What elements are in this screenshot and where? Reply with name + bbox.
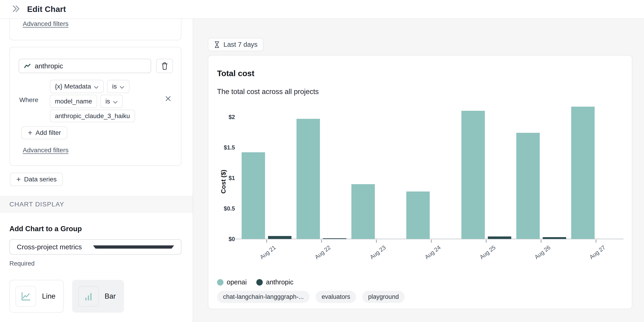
where-label: Where [19,96,38,104]
hourglass-icon [214,41,220,48]
y-axis-label: Cost ($) [220,117,227,246]
chevron-down-icon [94,83,99,91]
line-chart-icon [24,63,31,69]
legend-label: openai [227,278,247,286]
time-range-button[interactable]: Last 7 days [208,38,264,51]
bar-group-aug-25: Aug 25 [459,101,514,239]
openai-bar[interactable] [406,191,430,239]
x-axis-tick [321,240,322,243]
chart-type-selector: Line Bar [10,280,124,313]
series-card-partial: Advanced filters [10,19,182,40]
bars-zone: Aug 21Aug 22Aug 23Aug 24Aug 25Aug 26Aug … [239,101,624,239]
edit-chart-panel: Advanced filters anthropic [0,19,193,322]
legend-dot-icon [256,279,263,286]
legend-item-openai[interactable]: openai [217,278,247,286]
x-axis-tick [596,240,596,243]
chart-type-bar-label: Bar [105,292,116,301]
chart-type-bar-button[interactable]: Bar [72,280,124,313]
chevron-down-icon [120,83,124,91]
add-filter-button[interactable]: + Add filter [21,126,67,139]
bar-group-aug-24: Aug 24 [404,101,459,239]
plus-icon: + [28,129,32,137]
bar-group-aug-22: Aug 22 [294,101,349,239]
x-axis-tick-label: Aug 21 [258,244,277,261]
group-select-dropdown[interactable]: Cross-project metrics [10,239,182,255]
anthropic-bar[interactable] [268,236,292,239]
delete-series-button[interactable] [156,59,173,73]
project-tag-pill[interactable]: playground [362,291,405,303]
advanced-filters-link[interactable]: Advanced filters [23,20,68,27]
legend-label: anthropic [266,278,293,286]
page-title: Edit Chart [27,4,66,14]
x-axis-tick-label: Aug 23 [368,244,387,261]
y-axis-tick-label: $2 [217,114,235,120]
filter-field-value: {x} Metadata [55,83,91,90]
filter-field-dropdown[interactable]: {x} Metadata [50,80,104,93]
advanced-filters-link[interactable]: Advanced filters [23,147,68,154]
add-chart-to-group-label: Add Chart to a Group [10,225,82,233]
filter-value-pill[interactable]: anthropic_claude_3_haiku [50,110,135,122]
add-filter-label: Add filter [36,129,61,137]
chart-type-line-label: Line [42,292,56,301]
openai-bar[interactable] [571,107,594,239]
y-axis-tick-label: $1.5 [217,144,235,151]
anthropic-bar[interactable] [323,238,346,239]
x-axis-tick [486,240,487,243]
openai-bar[interactable] [516,133,540,239]
x-axis-tick [431,240,432,243]
collapse-panel-button[interactable] [12,4,22,14]
x-axis-tick-label: Aug 22 [314,244,332,261]
filter-field-operator-dropdown[interactable]: is [107,80,130,93]
project-tag-pill[interactable]: chat-langchain-langggraph-... [217,291,310,303]
plot-area: Cost ($) Aug 21Aug 22Aug 23Aug 24Aug 25A… [217,101,624,239]
app-header: Edit Chart [0,0,644,19]
chevron-down-icon [113,98,118,106]
bar-group-aug-26: Aug 26 [514,101,569,239]
filter-operator-dropdown[interactable]: is [100,95,123,108]
openai-bar[interactable] [242,152,265,239]
anthropic-bar[interactable] [488,236,511,239]
chart-type-line-button[interactable]: Line [10,280,64,313]
project-tags: chat-langchain-langggraph-...evaluatorsp… [217,291,405,303]
add-data-series-button[interactable]: + Data series [10,173,63,186]
x-axis-tick [541,240,542,243]
bar-group-aug-27: Aug 27 [569,101,624,239]
y-axis-tick-label: $1 [217,175,235,181]
chart-subtitle: The total cost across all projects [217,88,319,96]
time-range-label: Last 7 days [224,41,258,48]
series-name-input[interactable]: anthropic [18,59,151,73]
anthropic-bar[interactable] [543,237,566,239]
openai-bar[interactable] [462,111,485,239]
x-axis-tick [266,240,267,243]
double-chevron-right-icon [12,4,21,14]
filter-field-operator-value: is [112,83,117,90]
project-tag-pill[interactable]: evaluators [316,291,356,303]
filter-key-value: model_name [55,98,92,105]
chart-title: Total cost [217,69,254,78]
chart-legend: openaianthropic [217,278,293,286]
x-axis-tick-label: Aug 25 [478,244,497,261]
line-chart-type-icon [16,286,36,307]
series-card: anthropic Where {x} Metad [10,47,182,166]
legend-item-anthropic[interactable]: anthropic [256,278,293,286]
bar-chart-type-icon [78,286,99,307]
bar-group-aug-21: Aug 21 [239,101,294,239]
trash-icon [161,62,168,70]
x-axis-tick [376,240,377,243]
remove-filter-button[interactable] [164,95,172,103]
openai-bar[interactable] [352,184,375,239]
y-axis-tick-label: $0.5 [217,205,235,212]
chart-preview-card: Total cost The total cost across all pro… [208,55,632,309]
required-helper-text: Required [10,260,35,267]
filter-key-pill[interactable]: model_name [50,95,97,108]
x-axis-tick-label: Aug 24 [424,244,442,261]
preview-area: Last 7 days Total cost The total cost ac… [193,19,644,322]
filter-operator-value: is [106,98,110,105]
openai-bar[interactable] [296,119,320,239]
plus-icon: + [16,175,21,183]
section-header-label: CHART DISPLAY [10,201,64,208]
group-select-value: Cross-project metrics [17,243,93,251]
legend-dot-icon [217,279,224,286]
where-clause: Where {x} Metadata is [18,80,172,122]
caret-down-icon [93,245,174,249]
